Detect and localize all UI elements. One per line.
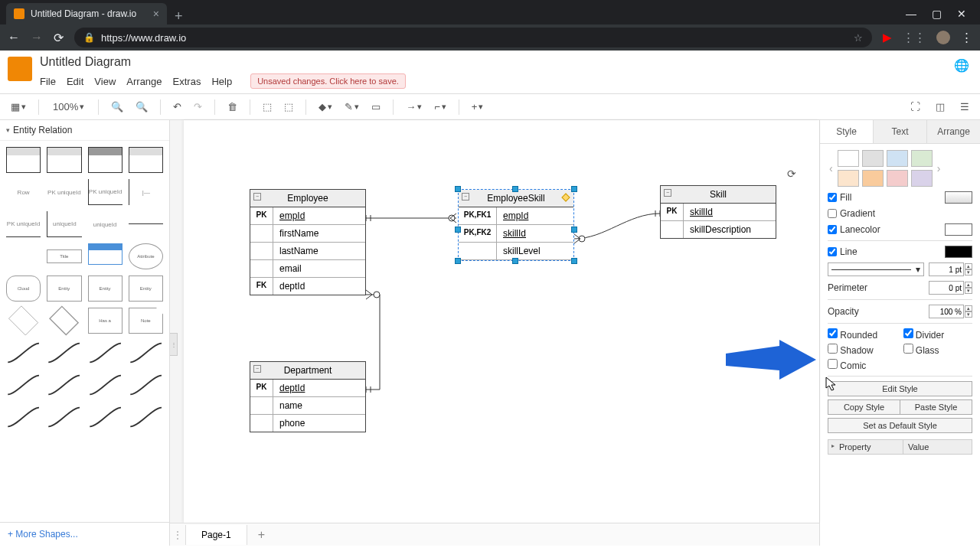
shape-relation[interactable] bbox=[47, 340, 81, 366]
entity-employee[interactable]: −Employee PKempId firstName lastName ema… bbox=[250, 189, 366, 295]
forward-button[interactable]: → bbox=[31, 31, 43, 44]
spinner-up-icon[interactable]: ▴ bbox=[965, 263, 972, 269]
zoom-in-icon[interactable]: 🔍 bbox=[106, 98, 128, 116]
delete-icon[interactable]: 🗑 bbox=[223, 98, 242, 116]
shape-rect-blue[interactable] bbox=[88, 243, 122, 265]
divider-checkbox[interactable] bbox=[903, 328, 913, 338]
shape-hline[interactable] bbox=[129, 223, 163, 224]
shape-relation[interactable] bbox=[88, 340, 122, 366]
rotate-handle-icon[interactable]: ⟳ bbox=[787, 168, 796, 180]
shape-diamond[interactable] bbox=[49, 305, 79, 335]
color-swatch[interactable] bbox=[911, 150, 933, 167]
shape-thumb[interactable]: |— bbox=[129, 179, 163, 205]
redo-icon[interactable]: ↷ bbox=[189, 98, 207, 116]
shape-entity[interactable]: Entity bbox=[47, 276, 81, 302]
star-icon[interactable]: ☆ bbox=[854, 32, 863, 44]
color-swatch[interactable] bbox=[887, 150, 908, 167]
menu-extras[interactable]: Extras bbox=[173, 76, 201, 87]
glass-checkbox[interactable] bbox=[903, 344, 913, 354]
shape-relation[interactable] bbox=[6, 404, 41, 430]
shape-entity[interactable]: Entity bbox=[129, 276, 163, 302]
entity-skill[interactable]: −Skill PKskillId skillDescription bbox=[660, 185, 776, 239]
shape-table[interactable] bbox=[129, 147, 163, 173]
copy-style-button[interactable]: Copy Style bbox=[828, 399, 900, 415]
document-title[interactable]: Untitled Diagram bbox=[40, 55, 406, 69]
add-page-button[interactable]: + bbox=[247, 523, 276, 546]
more-shapes-link[interactable]: + More Shapes... bbox=[0, 522, 169, 546]
window-minimize-icon[interactable]: — bbox=[906, 8, 916, 20]
menu-file[interactable]: File bbox=[40, 76, 56, 87]
line-checkbox[interactable] bbox=[828, 247, 837, 256]
ext-icon[interactable]: ⋮⋮ bbox=[903, 31, 926, 44]
fill-checkbox[interactable] bbox=[828, 193, 837, 202]
sidebar-section-header[interactable]: Entity Relation bbox=[0, 120, 169, 141]
shape-relation[interactable] bbox=[6, 340, 41, 366]
fill-color-icon[interactable]: ◆▾ bbox=[314, 98, 337, 116]
shape-relation[interactable] bbox=[47, 404, 81, 430]
canvas-area[interactable]: ⋮ −Employee bbox=[170, 120, 819, 546]
shape-circle[interactable]: Attribute bbox=[129, 243, 163, 269]
waypoint-icon[interactable]: ⌐▾ bbox=[430, 98, 451, 116]
paste-style-button[interactable]: Paste Style bbox=[900, 399, 972, 415]
to-back-icon[interactable]: ⬚ bbox=[279, 98, 298, 116]
new-tab-button[interactable]: + bbox=[167, 8, 191, 24]
shape-relation[interactable] bbox=[6, 372, 41, 398]
shape-relation[interactable] bbox=[88, 404, 122, 430]
app-logo[interactable] bbox=[8, 57, 32, 81]
window-maximize-icon[interactable]: ▢ bbox=[932, 8, 942, 20]
shape-cloud[interactable]: Cloud bbox=[6, 276, 41, 302]
window-close-icon[interactable]: ✕ bbox=[957, 8, 966, 20]
shape-table[interactable] bbox=[6, 147, 41, 173]
entity-employeeskill[interactable]: −EmployeeSkill PK,FK1empId PK,FK2skillId… bbox=[458, 189, 574, 261]
tab-close-icon[interactable]: × bbox=[153, 8, 159, 20]
color-swatch[interactable] bbox=[838, 170, 859, 187]
entity-department[interactable]: −Department PKdeptId name phone bbox=[250, 361, 366, 432]
shape-table[interactable] bbox=[47, 147, 81, 173]
shadow-icon[interactable]: ▭ bbox=[367, 98, 385, 116]
sidebar-collapse-handle[interactable]: ⋮ bbox=[170, 333, 178, 356]
tab-text[interactable]: Text bbox=[874, 120, 927, 143]
color-swatch[interactable] bbox=[862, 150, 884, 167]
shape-thumb[interactable]: PK uniqueId bbox=[47, 179, 81, 205]
line-style-dropdown[interactable]: ▾ bbox=[828, 262, 924, 276]
tab-style[interactable]: Style bbox=[820, 120, 874, 143]
url-bar[interactable]: 🔒 https://www.draw.io ☆ bbox=[74, 28, 872, 47]
back-button[interactable]: ← bbox=[8, 31, 20, 44]
set-default-style-button[interactable]: Set as Default Style bbox=[828, 418, 972, 433]
shape-table[interactable] bbox=[88, 147, 122, 173]
shape-relation[interactable] bbox=[129, 404, 163, 430]
to-front-icon[interactable]: ⬚ bbox=[258, 98, 276, 116]
shape-thumb[interactable]: uniqueId bbox=[47, 211, 81, 237]
shape-relation[interactable] bbox=[88, 372, 122, 398]
collapse-icon[interactable]: ☰ bbox=[956, 98, 974, 116]
footer-drag-icon[interactable]: ⋮ bbox=[170, 530, 185, 540]
shape-rect[interactable]: Title bbox=[47, 249, 81, 263]
shape-thumb[interactable]: uniqueId bbox=[88, 211, 122, 237]
edit-style-button[interactable]: Edit Style bbox=[828, 381, 972, 396]
rounded-checkbox[interactable] bbox=[828, 328, 838, 338]
shape-rect[interactable]: Has a bbox=[88, 308, 122, 334]
fill-color-button[interactable] bbox=[945, 191, 972, 204]
line-color-icon[interactable]: ✎▾ bbox=[340, 98, 364, 116]
shape-row-label[interactable]: Row bbox=[6, 179, 41, 205]
shape-entity[interactable]: Entity bbox=[88, 276, 122, 302]
insert-icon[interactable]: +▾ bbox=[467, 98, 488, 116]
shape-note[interactable]: Note bbox=[129, 308, 163, 334]
lanecolor-button[interactable] bbox=[945, 223, 972, 236]
shape-relation[interactable] bbox=[129, 340, 163, 366]
fullscreen-icon[interactable]: ⛶ bbox=[906, 98, 925, 116]
opacity-field[interactable] bbox=[929, 305, 964, 318]
view-mode-button[interactable]: ▦▾ bbox=[6, 98, 31, 116]
shadow-checkbox[interactable] bbox=[828, 344, 838, 354]
comic-checkbox[interactable] bbox=[828, 359, 838, 369]
color-swatch[interactable] bbox=[887, 170, 908, 187]
youtube-ext-icon[interactable]: ▶ bbox=[883, 31, 892, 44]
menu-view[interactable]: View bbox=[94, 76, 116, 87]
globe-icon[interactable]: 🌐 bbox=[954, 58, 969, 73]
menu-edit[interactable]: Edit bbox=[67, 76, 83, 87]
browser-tab[interactable]: Untitled Diagram - draw.io × bbox=[6, 3, 167, 24]
zoom-out-icon[interactable]: 🔍 bbox=[131, 98, 152, 116]
page-tab[interactable]: Page-1 bbox=[185, 525, 247, 545]
property-header[interactable]: PropertyValue bbox=[828, 439, 972, 455]
line-color-button[interactable] bbox=[945, 246, 972, 258]
